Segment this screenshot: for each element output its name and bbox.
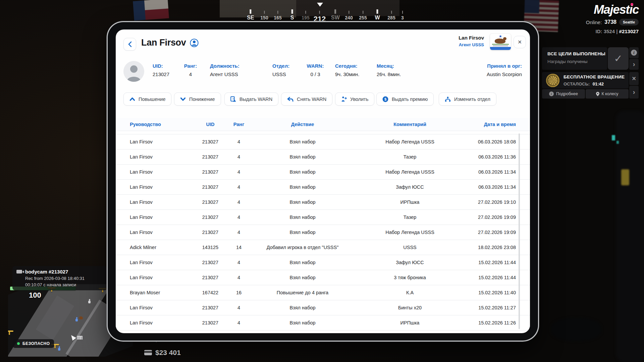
table-row[interactable]: Lan Firsov2130274Взял наборИРПшка15.02.2… <box>116 315 530 330</box>
spin-expand-button[interactable]: › <box>629 86 639 99</box>
table-cell: 15.02.2026 11:44 <box>467 275 516 280</box>
back-button[interactable] <box>123 38 136 51</box>
compass-tick-icon <box>291 9 293 14</box>
fire-button[interactable]: Уволить <box>335 93 374 106</box>
chevron-down-icon <box>180 97 186 101</box>
table-row[interactable]: Lan Firsov2130274Взял наборНабор Легенда… <box>116 165 530 180</box>
table-cell: 4 <box>225 139 252 144</box>
compass-point: 212 <box>314 9 326 23</box>
table-cell: 167422 <box>195 290 225 295</box>
table-row[interactable]: Lan Firsov2130274Взял наборНабор Легенда… <box>116 134 530 149</box>
compass-label: 195 <box>302 15 309 20</box>
free-spin-remaining: ОСТАЛОСЬ: 01:42 <box>564 81 625 86</box>
table-cell: Бинты x20 <box>353 305 467 310</box>
log-table-rows-wrap[interactable]: Lan Firsov2130274Взял наборНабор Легенда… <box>116 131 530 333</box>
wheel-label: К колесу <box>602 92 619 96</box>
info-icon: i <box>631 50 637 56</box>
map-marker-icon <box>8 330 13 335</box>
org-tree-icon <box>445 97 451 102</box>
goals-expand-button[interactable]: › <box>629 59 639 70</box>
table-cell: 213027 <box>195 169 225 175</box>
give-warn-button[interactable]: Выдать WARN <box>224 93 278 106</box>
remaining-label: ОСТАЛОСЬ: <box>564 81 590 86</box>
table-cell: Lan Firsov <box>130 215 195 220</box>
chevron-up-icon <box>129 97 135 101</box>
table-row[interactable]: Lan Firsov2130274Взял наборЗафул ЮСС06.0… <box>116 180 530 195</box>
tablet-device: Lan Firsov Lan Firsov Агент USSS ★ × <box>108 22 538 341</box>
bodycam-title: bodycam #213027 <box>25 269 68 275</box>
table-cell: Взял набор <box>252 320 353 325</box>
table-cell: 14 <box>225 245 252 250</box>
profile-field-accepted-by: Принял в орг: Austin Scorpion <box>487 63 522 77</box>
compass-point: SE <box>247 9 254 21</box>
table-row[interactable]: Lan Firsov2130274Взял наборТазер06.03.20… <box>116 149 530 165</box>
table-cell: 15.02.2026 11:26 <box>467 320 516 325</box>
page-title: Lan Firsov <box>141 38 199 48</box>
table-cell: Зафул ЮСС <box>353 184 467 190</box>
table-row[interactable]: Lan Firsov2130274Взял наборИРПшка27.02.2… <box>116 195 530 210</box>
table-cell: 213027 <box>195 199 225 205</box>
free-spin-main: БЕСПЛАТНОЕ ВРАЩЕНИЕ ОСТАЛОСЬ: 01:42 <box>542 72 629 88</box>
table-cell: 213027 <box>195 154 225 160</box>
table-scrollbar[interactable] <box>519 133 520 329</box>
give-bonus-button[interactable]: $ Выдать премию <box>376 93 434 106</box>
avatar-silhouette-icon <box>123 61 144 82</box>
goals-info-button[interactable]: i <box>629 47 639 58</box>
info-icon: i <box>549 92 554 96</box>
compass-point: 195 <box>302 9 309 21</box>
spin-goto-wheel-button[interactable]: К колесу <box>586 89 629 99</box>
pin-icon <box>596 92 599 96</box>
promote-button[interactable]: Повышение <box>123 93 171 106</box>
compass-tick-icon <box>363 11 363 14</box>
table-cell: Зафул ЮСС <box>353 260 467 265</box>
table-row[interactable]: Lan Firsov2130274Взял наборТазер27.02.20… <box>116 210 530 225</box>
table-row[interactable]: Lan Firsov2130274Взял наборБинты x2015.0… <box>116 300 530 315</box>
table-cell: Взял набор <box>252 275 353 280</box>
compass-tick-icon <box>376 9 378 14</box>
person-badge-icon[interactable] <box>190 39 199 47</box>
spin-details-button[interactable]: i Подробнее <box>542 89 585 99</box>
top-right-hud: Majestic Online: 3738 Seattle ID: 3524 |… <box>586 3 639 34</box>
compass-point: 285 <box>387 9 395 21</box>
table-row[interactable]: Lan Firsov2130274Взял набор3 тяж броника… <box>116 270 530 285</box>
map-building-icon <box>77 336 83 340</box>
goals-complete-section: ✓ <box>608 47 629 70</box>
compass-heading-marker-icon <box>317 3 323 7</box>
player-id-line: ID: 3524 | #213027 <box>586 28 639 34</box>
compass-label: 3 <box>401 15 404 20</box>
table-row[interactable]: Lan Firsov2130274Взял наборЗафул ЮСС15.0… <box>116 255 530 270</box>
demote-button[interactable]: Понижение <box>174 93 221 106</box>
player-id: ID: 3524 | <box>596 28 618 34</box>
header-profile-name: Lan Firsov <box>459 35 484 41</box>
details-label: Подробнее <box>556 92 578 96</box>
table-cell: 15.02.2026 11:44 <box>467 260 516 265</box>
table-cell: Набор Легенда USSS <box>353 230 467 235</box>
compass-label: 285 <box>387 15 395 20</box>
table-cell: 213027 <box>195 320 225 325</box>
table-cell: Lan Firsov <box>130 230 195 235</box>
table-cell: Тазер <box>353 215 467 220</box>
table-row[interactable]: Lan Firsov2130274Взял наборНабор Легенда… <box>116 225 530 240</box>
table-cell: Lan Firsov <box>130 154 195 160</box>
chevron-right-icon: › <box>633 61 635 67</box>
log-column-header: Действие <box>252 122 353 127</box>
table-cell: 4 <box>225 320 252 325</box>
table-cell: 27.02.2026 19:09 <box>467 230 516 235</box>
change-department-button[interactable]: Изменить отдел <box>439 93 496 106</box>
compass-point: W <box>375 9 380 21</box>
flag-star-icon: ★ <box>499 34 502 39</box>
compass-tick-icon <box>264 11 265 14</box>
table-row[interactable]: Brayan Moser16742216Повышение до 4 ранга… <box>116 285 530 300</box>
compass-tick-icon <box>305 11 306 14</box>
table-cell: 4 <box>225 154 252 160</box>
table-cell: 4 <box>225 199 252 205</box>
compass-tick-icon <box>402 11 403 14</box>
flag-bear-icon <box>495 39 505 44</box>
table-row[interactable]: Adick Milner14312514Добавил игрока в отд… <box>116 240 530 255</box>
header-profile-role[interactable]: Агент USSS <box>459 42 484 47</box>
spin-close-button[interactable]: × <box>629 72 639 85</box>
online-status: Online: 3738 Seattle <box>586 19 639 25</box>
close-button[interactable]: × <box>514 36 526 48</box>
table-cell: 213027 <box>195 139 225 144</box>
remove-warn-button[interactable]: Снять WARN <box>281 93 332 106</box>
